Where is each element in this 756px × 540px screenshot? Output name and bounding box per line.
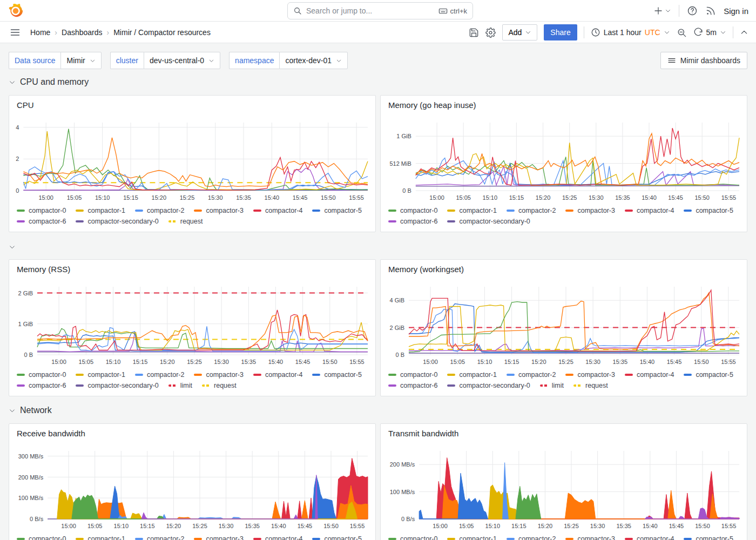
legend-item-compactor-5[interactable]: compactor-5	[684, 371, 733, 379]
legend-item-compactor-secondary-0[interactable]: compactor-secondary-0	[447, 382, 530, 389]
legend-item-compactor-secondary-0[interactable]: compactor-secondary-0	[447, 218, 530, 225]
chart-svg[interactable]: 15:0015:0515:1015:1515:2015:2515:3015:35…	[384, 442, 744, 535]
section-cpu-and-memory[interactable]: CPU and memory	[9, 75, 89, 89]
legend-item-compactor-secondary-0[interactable]: compactor-secondary-0	[76, 382, 158, 389]
menu-icon[interactable]	[10, 27, 21, 38]
legend-item-limit[interactable]: limit	[540, 382, 564, 389]
filter-value-datasource[interactable]: Mimir	[60, 52, 101, 69]
legend-item-compactor-4[interactable]: compactor-4	[253, 535, 302, 540]
legend-item-compactor-0[interactable]: compactor-0	[17, 535, 66, 540]
legend-item-compactor-0[interactable]: compactor-0	[388, 207, 437, 214]
legend-item-compactor-5[interactable]: compactor-5	[684, 207, 733, 214]
chart-memory-workingset[interactable]: 15:0015:0515:1015:1515:2015:2515:3015:35…	[384, 278, 744, 371]
grafana-logo[interactable]	[9, 4, 23, 18]
legend-item-request[interactable]: request	[202, 382, 237, 389]
legend-item-compactor-2[interactable]: compactor-2	[507, 371, 556, 379]
panel-title[interactable]: Memory (go heap inuse)	[388, 100, 476, 110]
legend-item-compactor-6[interactable]: compactor-6	[388, 382, 437, 389]
settings-icon[interactable]	[485, 28, 496, 38]
svg-text:15:35: 15:35	[236, 194, 251, 201]
legend-item-compactor-1[interactable]: compactor-1	[447, 207, 496, 214]
legend-item-compactor-4[interactable]: compactor-4	[625, 535, 674, 540]
section-network[interactable]: Network	[9, 403, 52, 417]
legend-item-compactor-2[interactable]: compactor-2	[135, 371, 184, 379]
legend-item-compactor-2[interactable]: compactor-2	[507, 535, 556, 540]
breadcrumb-dashboards[interactable]: Dashboards	[62, 28, 103, 37]
chevron-up-icon[interactable]	[740, 28, 748, 37]
chevron-down-icon	[525, 29, 531, 36]
panel-title[interactable]: Memory (RSS)	[17, 265, 70, 274]
legend-item-compactor-5[interactable]: compactor-5	[684, 535, 733, 540]
legend-item-compactor-3[interactable]: compactor-3	[565, 371, 615, 379]
legend-item-compactor-1[interactable]: compactor-1	[76, 535, 125, 540]
legend-item-compactor-5[interactable]: compactor-5	[312, 535, 361, 540]
filter-value-cluster[interactable]: dev-us-central-0	[144, 52, 220, 69]
legend-item-compactor-0[interactable]: compactor-0	[388, 371, 437, 379]
chart-cpu[interactable]: 15:0015:0515:1015:1515:2015:2515:3015:35…	[12, 114, 372, 207]
legend-item-request[interactable]: request	[573, 382, 608, 389]
filter-value-namespace[interactable]: cortex-dev-01	[279, 52, 348, 69]
filter-label-datasource[interactable]: Data source	[9, 52, 60, 69]
panel-title[interactable]: Receive bandwidth	[17, 429, 85, 438]
legend-item-compactor-5[interactable]: compactor-5	[312, 207, 361, 214]
sign-in-button[interactable]: Sign in	[724, 6, 748, 16]
chart-memory-go-heap[interactable]: 15:0015:0515:1015:1515:2015:2515:3015:35…	[384, 114, 744, 207]
legend-item-compactor-4[interactable]: compactor-4	[625, 371, 674, 379]
legend-item-compactor-3[interactable]: compactor-3	[194, 207, 243, 214]
add-button[interactable]: Add	[502, 24, 537, 40]
filter-label-cluster[interactable]: cluster	[110, 52, 144, 69]
news-icon[interactable]	[705, 5, 716, 16]
legend-item-compactor-1[interactable]: compactor-1	[76, 207, 125, 214]
chart-svg[interactable]: 15:0015:0515:1015:1515:2015:2515:3015:35…	[12, 442, 372, 535]
search-icon	[293, 6, 302, 15]
section-collapsed-empty[interactable]	[9, 240, 16, 254]
panel-title[interactable]: Transmit bandwidth	[388, 429, 458, 438]
legend-item-compactor-1[interactable]: compactor-1	[447, 535, 496, 540]
refresh-picker[interactable]: 5m	[693, 28, 726, 37]
new-button[interactable]	[653, 6, 671, 16]
legend-item-compactor-5[interactable]: compactor-5	[312, 371, 361, 379]
legend-item-compactor-3[interactable]: compactor-3	[194, 535, 243, 540]
mimir-dashboards-button[interactable]: Mimir dashboards	[660, 52, 747, 69]
legend-item-compactor-6[interactable]: compactor-6	[17, 382, 66, 389]
chart-svg[interactable]: 15:0015:0515:1015:1515:2015:2515:3015:35…	[12, 278, 372, 371]
time-range-picker[interactable]: Last 1 hour UTC	[591, 28, 670, 37]
legend-item-compactor-1[interactable]: compactor-1	[76, 371, 125, 379]
legend-item-compactor-0[interactable]: compactor-0	[17, 371, 66, 379]
legend-item-compactor-secondary-0[interactable]: compactor-secondary-0	[76, 218, 158, 225]
breadcrumb-home[interactable]: Home	[30, 28, 50, 37]
legend-item-compactor-6[interactable]: compactor-6	[388, 218, 437, 225]
zoom-out-icon[interactable]	[677, 28, 687, 38]
chart-transmit-bandwidth[interactable]: 15:0015:0515:1015:1515:2015:2515:3015:35…	[384, 442, 744, 535]
legend-item-compactor-0[interactable]: compactor-0	[388, 535, 437, 540]
save-icon[interactable]	[469, 28, 479, 38]
filter-label-namespace[interactable]: namespace	[229, 52, 279, 69]
legend-item-request[interactable]: request	[168, 218, 203, 225]
legend-item-compactor-2[interactable]: compactor-2	[135, 207, 184, 214]
svg-text:0 B: 0 B	[402, 187, 411, 194]
chart-svg[interactable]: 15:0015:0515:1015:1515:2015:2515:3015:35…	[384, 278, 744, 371]
legend-item-compactor-3[interactable]: compactor-3	[565, 535, 615, 540]
legend-item-compactor-6[interactable]: compactor-6	[17, 218, 66, 225]
legend-item-compactor-4[interactable]: compactor-4	[625, 207, 674, 214]
legend-item-compactor-0[interactable]: compactor-0	[17, 207, 66, 214]
legend-item-compactor-4[interactable]: compactor-4	[253, 371, 302, 379]
legend-item-compactor-3[interactable]: compactor-3	[194, 371, 243, 379]
panel-title[interactable]: Memory (workingset)	[388, 265, 464, 274]
panel-title[interactable]: CPU	[17, 100, 34, 110]
search-input[interactable]: Search or jump to... ctrl+k	[287, 2, 473, 19]
legend-item-compactor-2[interactable]: compactor-2	[135, 535, 184, 540]
legend-item-limit[interactable]: limit	[168, 382, 192, 389]
legend-label: request	[180, 218, 203, 225]
chevron-right-icon: ›	[107, 28, 110, 37]
legend-item-compactor-1[interactable]: compactor-1	[447, 371, 496, 379]
chart-svg[interactable]: 15:0015:0515:1015:1515:2015:2515:3015:35…	[12, 114, 372, 207]
chart-receive-bandwidth[interactable]: 15:0015:0515:1015:1515:2015:2515:3015:35…	[12, 442, 372, 535]
legend-item-compactor-4[interactable]: compactor-4	[253, 207, 302, 214]
legend-item-compactor-3[interactable]: compactor-3	[565, 207, 615, 214]
help-icon[interactable]	[687, 5, 698, 16]
chart-svg[interactable]: 15:0015:0515:1015:1515:2015:2515:3015:35…	[384, 114, 744, 207]
share-button[interactable]: Share	[544, 24, 577, 40]
chart-memory-rss[interactable]: 15:0015:0515:1015:1515:2015:2515:3015:35…	[12, 278, 372, 371]
legend-item-compactor-2[interactable]: compactor-2	[507, 207, 556, 214]
